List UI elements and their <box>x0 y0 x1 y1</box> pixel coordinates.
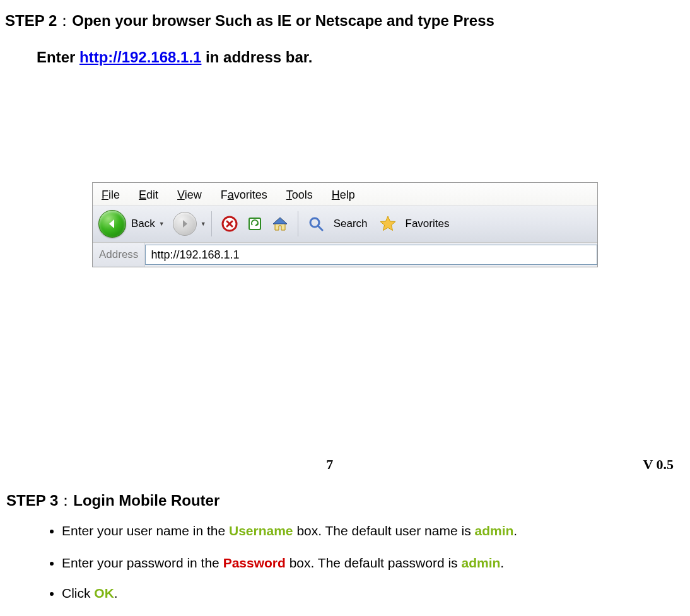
address-bar: Address <box>93 243 597 267</box>
forward-dropdown-icon: ▼ <box>201 221 206 227</box>
favorites-label[interactable]: Favorites <box>406 218 450 230</box>
step3-prefix: STEP 3 <box>6 492 58 509</box>
step2-post: in address bar. <box>201 49 312 66</box>
home-button[interactable] <box>269 212 291 235</box>
menu-view[interactable]: View <box>177 189 202 202</box>
version-label: V 0.5 <box>643 456 674 473</box>
search-label[interactable]: Search <box>334 218 368 230</box>
step2-prefix: STEP 2 <box>5 12 57 29</box>
bullet3-period: . <box>114 586 118 600</box>
menu-favorites[interactable]: Favorites <box>221 189 267 202</box>
page-number: 7 <box>16 456 643 473</box>
step3-heading: STEP 3：Login Mobile Router <box>6 491 685 511</box>
menu-file[interactable]: File <box>102 189 120 202</box>
toolbar-separator <box>211 211 212 236</box>
step3-bullet-list: Enter your user name in the Username box… <box>5 522 685 601</box>
favorites-icon <box>377 212 399 235</box>
stop-button[interactable] <box>218 212 241 235</box>
ok-button-label: OK <box>94 586 114 600</box>
browser-screenshot: File Edit View Favorites Tools Help Back… <box>92 182 598 267</box>
username-field-label: Username <box>229 523 293 538</box>
address-input[interactable] <box>145 245 597 265</box>
toolbar-separator-2 <box>298 211 298 236</box>
browser-menubar: File Edit View Favorites Tools Help <box>93 183 597 206</box>
back-dropdown-icon: ▼ <box>159 221 165 227</box>
address-label: Address <box>93 243 145 267</box>
back-button-group[interactable]: Back ▼ <box>98 209 168 239</box>
bullet2-mid: box. The default password is <box>286 555 462 570</box>
bullet2-pre: Enter your password in the <box>62 555 223 570</box>
step2-heading: STEP 2：Open your browser Such as IE or N… <box>5 3 685 39</box>
forward-button[interactable] <box>173 212 197 236</box>
refresh-button[interactable] <box>243 212 266 235</box>
bullet3-pre: Click <box>62 586 94 600</box>
username-default-value: admin <box>475 523 514 538</box>
list-item: Click OK. <box>62 584 685 601</box>
step3-colon: ： <box>58 492 73 509</box>
back-icon <box>98 210 126 238</box>
step2-enter: Enter <box>37 49 79 66</box>
menu-tools[interactable]: Tools <box>286 189 313 202</box>
password-default-value: admin <box>461 555 500 570</box>
bullet1-mid: box. The default user name is <box>293 523 475 538</box>
list-item: Enter your user name in the Username box… <box>62 522 685 539</box>
bullet1-period: . <box>513 523 517 538</box>
password-field-label: Password <box>223 555 286 570</box>
step3-title: Login Mobile Router <box>73 492 219 509</box>
router-url-link[interactable]: http://192.168.1.1 <box>79 49 201 66</box>
browser-toolbar: Back ▼ ▼ <box>93 206 597 243</box>
list-item: Enter your password in the Password box.… <box>62 554 685 571</box>
page-footer-row: 7 V 0.5 <box>5 456 685 473</box>
svg-line-3 <box>318 226 322 230</box>
bullet2-period: . <box>500 555 504 570</box>
back-label: Back <box>131 218 155 230</box>
menu-help[interactable]: Help <box>332 189 355 202</box>
step2-line1: Open your browser Such as IE or Netscape… <box>72 12 494 29</box>
bullet1-pre: Enter your user name in the <box>62 523 229 538</box>
step2-colon: ： <box>57 12 72 29</box>
menu-edit[interactable]: Edit <box>139 189 158 202</box>
search-icon <box>305 212 327 235</box>
step2-heading-line2: Enter http://192.168.1.1 in address bar. <box>5 39 685 76</box>
